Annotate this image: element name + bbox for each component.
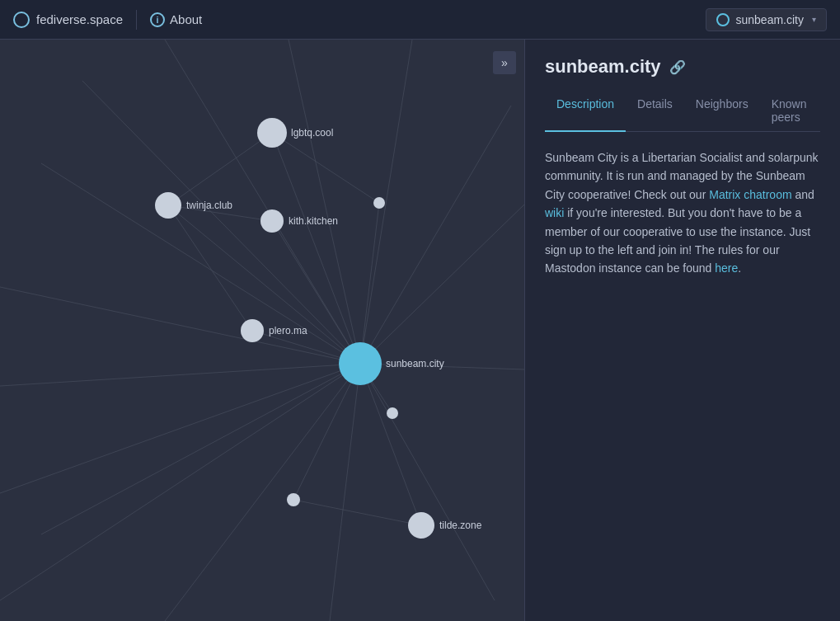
instance-selector[interactable]: sunbeam.city ▾ xyxy=(706,8,827,31)
svg-text:plero.ma: plero.ma xyxy=(269,325,307,336)
svg-text:sunbeam.city: sunbeam.city xyxy=(386,358,444,369)
globe-icon xyxy=(13,12,30,28)
detail-header: sunbeam.city 🔗 Description Details Neigh… xyxy=(525,40,840,132)
node-twinja-club[interactable] xyxy=(155,192,181,219)
detail-panel: sunbeam.city 🔗 Description Details Neigh… xyxy=(524,40,840,621)
node-kith-kitchen[interactable] xyxy=(260,209,284,233)
node-small-3[interactable] xyxy=(287,493,300,506)
graph-canvas[interactable]: lgbtq.cool twinja.club kith.kitchen pler… xyxy=(0,40,524,621)
matrix-chatroom-link[interactable]: Matrix chatroom xyxy=(709,188,791,201)
node-sunbeam-city[interactable] xyxy=(339,342,382,385)
node-small-1[interactable] xyxy=(373,197,385,209)
permalink-icon[interactable]: 🔗 xyxy=(669,59,686,75)
instance-name: sunbeam.city xyxy=(736,13,804,26)
svg-text:twinja.club: twinja.club xyxy=(186,200,232,211)
detail-body: Sunbeam City is a Libertarian Socialist … xyxy=(525,132,840,621)
collapse-button[interactable]: » xyxy=(493,51,516,74)
instance-icon xyxy=(716,13,730,26)
node-small-2[interactable] xyxy=(387,407,398,419)
about-label: About xyxy=(170,12,202,26)
node-lgbtq-cool[interactable] xyxy=(257,118,287,148)
site-name: fediverse.space xyxy=(36,12,123,26)
tab-neighbors[interactable]: Neighbors xyxy=(684,91,760,132)
wiki-link[interactable]: wiki xyxy=(545,206,564,219)
main-content: lgbtq.cool twinja.club kith.kitchen pler… xyxy=(0,40,840,621)
graph-area[interactable]: lgbtq.cool twinja.club kith.kitchen pler… xyxy=(0,40,524,621)
tab-description[interactable]: Description xyxy=(545,91,626,132)
about-link[interactable]: i About xyxy=(150,12,202,27)
detail-title: sunbeam.city xyxy=(545,56,661,78)
header-divider xyxy=(136,10,137,30)
chevron-down-icon: ▾ xyxy=(812,15,816,24)
detail-title-row: sunbeam.city 🔗 xyxy=(545,56,820,78)
header: fediverse.space i About sunbeam.city ▾ xyxy=(0,0,840,40)
detail-tabs: Description Details Neighbors Known peer… xyxy=(545,91,820,132)
tab-details[interactable]: Details xyxy=(626,91,684,132)
tab-known-peers[interactable]: Known peers xyxy=(760,91,820,132)
site-logo[interactable]: fediverse.space xyxy=(13,12,123,28)
info-icon: i xyxy=(150,12,165,27)
description-text: Sunbeam City is a Libertarian Socialist … xyxy=(545,148,820,278)
here-link[interactable]: here xyxy=(715,261,738,275)
node-plero-ma[interactable] xyxy=(241,319,264,342)
svg-text:kith.kitchen: kith.kitchen xyxy=(289,215,338,227)
svg-text:tilde.zone: tilde.zone xyxy=(439,520,482,531)
svg-text:lgbtq.cool: lgbtq.cool xyxy=(291,127,333,139)
node-tilde-zone[interactable] xyxy=(408,512,434,539)
